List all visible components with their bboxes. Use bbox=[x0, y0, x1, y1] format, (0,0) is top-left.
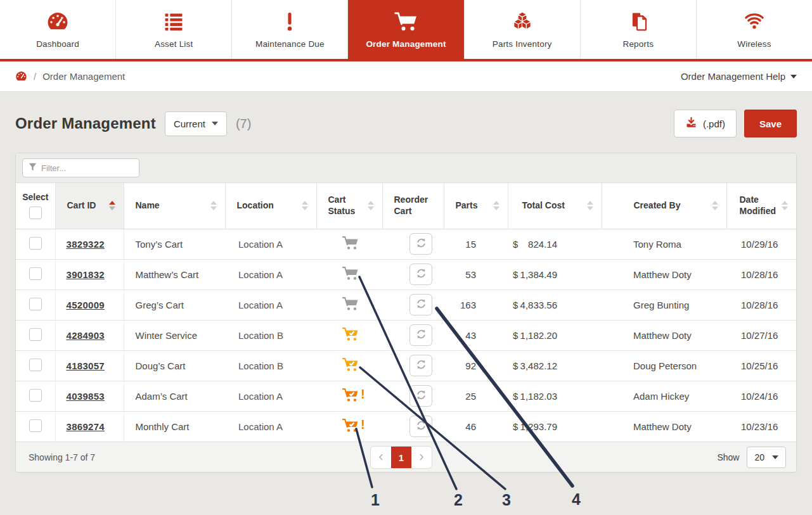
sort-desc-icon bbox=[109, 207, 115, 210]
next-page-button[interactable]: › bbox=[411, 447, 432, 468]
refresh-icon bbox=[415, 389, 427, 403]
tab-parts-inventory[interactable]: Parts Inventory bbox=[465, 0, 581, 59]
row-checkbox[interactable] bbox=[29, 298, 42, 310]
reorder-cart-button[interactable] bbox=[409, 233, 432, 255]
currency-symbol: $ bbox=[513, 300, 518, 310]
column-header-location[interactable]: Location bbox=[225, 183, 316, 229]
tab-maintenance-due[interactable]: Maintenance Due bbox=[232, 0, 348, 59]
parts-count: 92 bbox=[465, 360, 476, 371]
created-by: Matthew Doty bbox=[633, 269, 692, 280]
column-header-created-by[interactable]: Created By bbox=[602, 183, 726, 229]
row-checkbox[interactable] bbox=[29, 389, 42, 402]
cart-id-link[interactable]: 4284903 bbox=[67, 330, 105, 341]
wifi-icon bbox=[742, 10, 766, 33]
sort-toggle[interactable] bbox=[109, 201, 115, 210]
cart-id-link[interactable]: 3901832 bbox=[67, 269, 105, 280]
filter-box[interactable] bbox=[22, 158, 139, 177]
row-checkbox[interactable] bbox=[29, 419, 42, 432]
top-navigation: Dashboard Asset List Maintenance Due bbox=[0, 0, 812, 61]
order-table-card: Select Cart ID Name bbox=[15, 153, 797, 473]
parts-count: 46 bbox=[465, 421, 476, 432]
reorder-cart-button[interactable] bbox=[409, 385, 432, 407]
table-row: 4039853 Adam’s Cart Location A ! bbox=[16, 381, 796, 411]
view-filter-dropdown[interactable]: Current bbox=[165, 111, 227, 136]
column-header-cart-status[interactable]: Cart Status bbox=[316, 183, 382, 229]
gauge-icon bbox=[46, 10, 69, 33]
tab-label: Parts Inventory bbox=[493, 39, 552, 49]
tab-reports[interactable]: Reports bbox=[581, 0, 697, 59]
export-pdf-label: (.pdf) bbox=[703, 118, 725, 129]
parts-count: 53 bbox=[465, 269, 476, 280]
select-all-checkbox[interactable] bbox=[29, 207, 42, 219]
column-header-total-cost[interactable]: Total Cost bbox=[508, 183, 602, 229]
currency-symbol: $ bbox=[513, 330, 518, 341]
current-page-button[interactable]: 1 bbox=[391, 447, 411, 468]
sort-toggle[interactable] bbox=[368, 201, 374, 210]
column-header-name[interactable]: Name bbox=[124, 183, 225, 229]
date-modified: 10/25/16 bbox=[741, 360, 778, 371]
cart-id-link[interactable]: 3829322 bbox=[67, 239, 105, 250]
date-modified: 10/28/16 bbox=[741, 300, 778, 310]
tab-dashboard[interactable]: Dashboard bbox=[0, 0, 116, 59]
reports-icon bbox=[628, 10, 649, 33]
tab-asset-list[interactable]: Asset List bbox=[116, 0, 232, 59]
created-by: Adam Hickey bbox=[633, 391, 689, 402]
refresh-icon bbox=[415, 298, 427, 312]
breadcrumb-home-gauge-icon[interactable] bbox=[15, 70, 27, 82]
sort-toggle[interactable] bbox=[587, 201, 593, 210]
column-header-parts[interactable]: Parts bbox=[444, 183, 508, 229]
sort-toggle[interactable] bbox=[210, 201, 217, 210]
sort-toggle[interactable] bbox=[712, 201, 718, 210]
total-cost-value: 824.14 bbox=[528, 239, 557, 250]
help-label: Order Management Help bbox=[681, 71, 785, 82]
callout-label-1: 1 bbox=[371, 491, 380, 509]
column-header-cart-id[interactable]: Cart ID bbox=[55, 183, 124, 229]
cart-status-icon: ! bbox=[342, 388, 365, 402]
prev-page-button[interactable]: ‹ bbox=[371, 447, 391, 468]
help-dropdown[interactable]: Order Management Help bbox=[681, 71, 797, 82]
cart-id-link[interactable]: 3869274 bbox=[67, 421, 105, 432]
cart-name: Matthew’s Cart bbox=[136, 269, 199, 280]
cart-location: Location A bbox=[238, 300, 283, 310]
column-label: Location bbox=[237, 200, 274, 212]
tab-order-management[interactable]: Order Management bbox=[348, 0, 464, 59]
save-button[interactable]: Save bbox=[744, 110, 797, 137]
cart-id-link[interactable]: 4039853 bbox=[67, 391, 105, 402]
export-pdf-button[interactable]: (.pdf) bbox=[674, 110, 737, 137]
row-checkbox[interactable] bbox=[29, 267, 42, 280]
currency-symbol: $ bbox=[513, 360, 518, 371]
column-header-date-modified[interactable]: Date Modified bbox=[726, 183, 796, 229]
row-checkbox[interactable] bbox=[29, 328, 42, 341]
filter-input[interactable] bbox=[41, 163, 133, 173]
cart-id-link[interactable]: 4183057 bbox=[67, 360, 105, 371]
refresh-icon bbox=[415, 267, 427, 281]
reorder-cart-button[interactable] bbox=[409, 324, 432, 346]
column-label: Total Cost bbox=[522, 200, 565, 212]
sort-toggle[interactable] bbox=[782, 201, 788, 210]
alert-exclamation-icon: ! bbox=[361, 418, 365, 431]
column-label: Reorder Cart bbox=[394, 194, 435, 217]
column-label: Cart Status bbox=[328, 194, 364, 217]
row-checkbox[interactable] bbox=[29, 359, 42, 371]
cart-id-link[interactable]: 4520009 bbox=[67, 300, 105, 310]
total-cost-value: 1,293.79 bbox=[520, 421, 557, 432]
page-size-dropdown[interactable]: 20 bbox=[747, 447, 786, 468]
tab-wireless[interactable]: Wireless bbox=[697, 0, 812, 59]
reorder-cart-button[interactable] bbox=[409, 294, 432, 315]
parts-count: 15 bbox=[465, 239, 476, 250]
cart-location: Location A bbox=[238, 239, 283, 250]
row-checkbox[interactable] bbox=[29, 237, 42, 250]
sort-toggle[interactable] bbox=[302, 201, 308, 210]
reorder-cart-button[interactable] bbox=[409, 355, 432, 376]
showing-count-text: Showing 1-7 of 7 bbox=[29, 452, 95, 462]
currency-symbol: $ bbox=[513, 239, 518, 250]
sort-toggle[interactable] bbox=[493, 201, 499, 210]
parts-count: 25 bbox=[465, 391, 476, 402]
callout-label-4: 4 bbox=[572, 490, 581, 508]
sort-asc-icon bbox=[109, 201, 115, 205]
refresh-icon bbox=[415, 419, 427, 433]
table-row: 4520009 Greg’s Cart Location A ! bbox=[16, 289, 796, 320]
sort-asc-icon bbox=[368, 201, 374, 205]
reorder-cart-button[interactable] bbox=[409, 416, 432, 437]
reorder-cart-button[interactable] bbox=[409, 264, 432, 285]
